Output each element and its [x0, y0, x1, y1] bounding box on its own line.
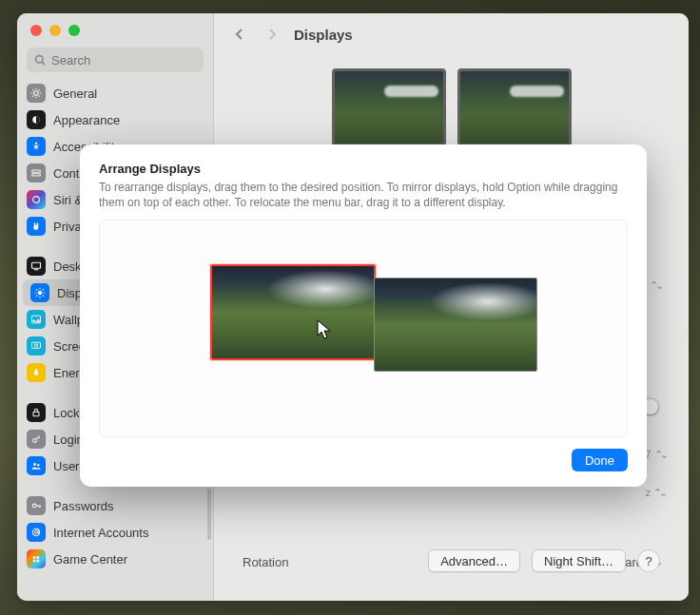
display-primary[interactable] [210, 264, 376, 360]
sheet-footer: Done [99, 449, 628, 471]
done-button[interactable]: Done [572, 449, 628, 471]
sheet-title: Arrange Displays [99, 162, 628, 176]
desktop-background: General Appearance Accessibility Control… [0, 0, 700, 615]
display-secondary[interactable] [374, 278, 537, 372]
system-settings-window: General Appearance Accessibility Control… [17, 13, 689, 601]
arrange-displays-sheet: Arrange Displays To rearrange displays, … [80, 144, 647, 487]
sheet-description: To rearrange displays, drag them to the … [99, 180, 628, 210]
arrange-canvas[interactable] [99, 220, 628, 437]
